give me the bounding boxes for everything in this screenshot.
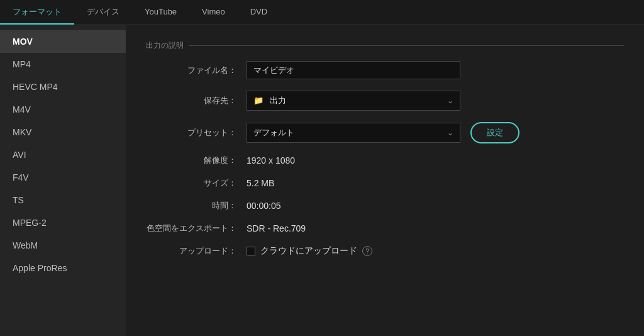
tab-youtube[interactable]: YouTube: [132, 0, 189, 25]
filename-row: ファイル名：: [146, 61, 624, 79]
preset-row: プリセット： デフォルト ⌄ 設定: [146, 122, 624, 143]
size-label: サイズ：: [146, 177, 247, 189]
sidebar-item-mp4[interactable]: MP4: [0, 53, 126, 76]
save-dest-select[interactable]: 📁 出力 ⌄: [247, 91, 460, 111]
save-dest-label: 保存先：: [146, 95, 247, 106]
filename-label: ファイル名：: [146, 65, 247, 76]
resolution-label: 解像度：: [146, 155, 247, 166]
sidebar-item-ts[interactable]: TS: [0, 189, 126, 211]
sidebar: MOV MP4 HEVC MP4 M4V MKV AVI F4V TS MPEG…: [0, 25, 126, 336]
filename-input[interactable]: [247, 61, 460, 79]
tab-vimeo[interactable]: Vimeo: [189, 0, 238, 25]
section-title: 出力の説明: [146, 40, 624, 51]
colorspace-value: SDR - Rec.709: [247, 223, 306, 233]
sidebar-item-f4v[interactable]: F4V: [0, 166, 126, 189]
sidebar-item-apple-prores[interactable]: Apple ProRes: [0, 257, 126, 279]
duration-value: 00:00:05: [247, 201, 281, 211]
sidebar-item-webm[interactable]: WebM: [0, 234, 126, 257]
save-dest-row: 保存先： 📁 出力 ⌄: [146, 91, 624, 111]
tab-vimeo-label: Vimeo: [202, 7, 225, 16]
tab-youtube-label: YouTube: [145, 7, 177, 16]
content-area: 出力の説明 ファイル名： 保存先： 📁 出力 ⌄ プリセット： デフォルト: [126, 25, 644, 336]
size-value: 5.2 MB: [247, 178, 274, 188]
chevron-down-icon: ⌄: [447, 96, 453, 105]
preset-label: プリセット：: [146, 127, 247, 138]
preset-chevron-icon: ⌄: [447, 128, 453, 137]
colorspace-label: 色空間をエクスポート：: [146, 223, 247, 234]
tab-format-label: フォーマット: [13, 6, 62, 18]
top-nav: フォーマット デバイス YouTube Vimeo DVD: [0, 0, 644, 25]
upload-label: アップロード：: [146, 245, 247, 257]
resolution-value: 1920 x 1080: [247, 155, 295, 165]
sidebar-item-mpeg2[interactable]: MPEG-2: [0, 211, 126, 234]
preset-controls: デフォルト ⌄ 設定: [247, 122, 519, 143]
upload-text: クラウドにアップロード: [260, 245, 357, 257]
sidebar-item-mkv[interactable]: MKV: [0, 121, 126, 143]
preset-select[interactable]: デフォルト ⌄: [247, 123, 460, 143]
upload-checkbox-group: クラウドにアップロード ?: [247, 245, 372, 257]
tab-dvd[interactable]: DVD: [238, 0, 280, 25]
resolution-row: 解像度： 1920 x 1080: [146, 155, 624, 166]
help-icon[interactable]: ?: [362, 246, 372, 256]
upload-row: アップロード： クラウドにアップロード ?: [146, 245, 624, 257]
sidebar-item-m4v[interactable]: M4V: [0, 98, 126, 121]
tab-dvd-label: DVD: [250, 7, 267, 16]
tab-format[interactable]: フォーマット: [0, 0, 74, 25]
tab-device[interactable]: デバイス: [74, 0, 132, 25]
sidebar-item-hevc-mp4[interactable]: HEVC MP4: [0, 76, 126, 98]
size-row: サイズ： 5.2 MB: [146, 177, 624, 189]
colorspace-row: 色空間をエクスポート： SDR - Rec.709: [146, 223, 624, 234]
duration-label: 時間：: [146, 200, 247, 211]
tab-device-label: デバイス: [87, 6, 119, 18]
folder-icon: 📁: [253, 96, 264, 105]
sidebar-item-mov[interactable]: MOV: [0, 30, 126, 53]
main-layout: MOV MP4 HEVC MP4 M4V MKV AVI F4V TS MPEG…: [0, 25, 644, 336]
settings-button[interactable]: 設定: [470, 122, 519, 143]
duration-row: 時間： 00:00:05: [146, 200, 624, 211]
upload-checkbox[interactable]: [247, 247, 255, 255]
sidebar-item-avi[interactable]: AVI: [0, 143, 126, 166]
